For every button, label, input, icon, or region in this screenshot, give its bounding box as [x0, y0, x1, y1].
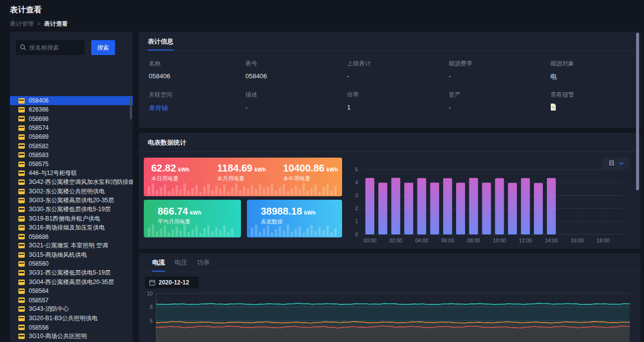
- list-item[interactable]: 3G10-商场公共区照明: [10, 332, 133, 341]
- info-field: 能源费率-: [449, 59, 550, 81]
- info-field-value: 058406: [245, 72, 347, 80]
- tab-meter-info[interactable]: 表计信息: [148, 37, 174, 46]
- meter-icon: [18, 107, 25, 113]
- list-item[interactable]: 3G03-东公寓楼高层供电20-35层: [10, 196, 133, 205]
- svg-text:4: 4: [355, 179, 358, 185]
- usage-bar-chart[interactable]: 01234500:0002:0004:0006:0008:0010:0012:0…: [352, 162, 640, 247]
- stat-label: 本年用电量: [283, 175, 342, 182]
- list-item-label: 3G30-东公寓楼低层供电5-19层: [29, 205, 111, 214]
- meter-icon: [18, 207, 25, 212]
- info-field-value: 058406: [149, 72, 245, 80]
- deco-bar: [334, 228, 337, 236]
- stat-value-row: 10400.86kWh: [283, 163, 342, 173]
- info-field-label: 查看报警: [550, 91, 636, 99]
- deco-bar: [294, 229, 297, 236]
- svg-text:04:00: 04:00: [415, 237, 428, 243]
- info-field-label: 上级表计: [347, 59, 449, 68]
- stat-value: 38988.18: [261, 206, 302, 216]
- list-item[interactable]: 3G02-东公寓楼公共照明供电: [10, 187, 133, 196]
- stat-block: 866.74kWh平均月用电量: [158, 206, 241, 226]
- list-item[interactable]: 3G30-东公寓楼低层供电5-19层: [10, 205, 133, 214]
- stat-card-usage: 62.82kWh本日用电量1184.69kWh本月用电量10400.86kWh本…: [144, 158, 342, 196]
- calendar-icon: [149, 280, 155, 285]
- related-space-link[interactable]: 麦肯锡: [149, 104, 245, 113]
- stat-value-row: 38988.18kWh: [261, 206, 342, 216]
- deco-bar: [223, 226, 226, 236]
- list-item[interactable]: 3G15-商场抽风机供电: [10, 250, 133, 259]
- stat-block: 62.82kWh本日用电量: [151, 163, 217, 196]
- deco-bar: [148, 228, 150, 236]
- breadcrumb-root[interactable]: 表计管理: [10, 20, 34, 27]
- list-item-label: 3G19-B1西侧电井租户供电: [29, 215, 100, 223]
- page-title: 表计查看: [10, 5, 42, 15]
- list-item[interactable]: 058582: [10, 141, 133, 150]
- svg-text:2: 2: [355, 205, 358, 211]
- svg-text:12:00: 12:00: [519, 237, 532, 243]
- list-item[interactable]: 058689: [10, 132, 133, 141]
- deco-bar: [298, 226, 301, 236]
- deco-bar: [160, 228, 162, 236]
- tab-underline: [148, 50, 174, 51]
- stat-label: 表底数据: [261, 218, 342, 226]
- stat-value: 1184.69: [217, 163, 252, 173]
- svg-text:10: 10: [147, 290, 153, 296]
- list-item[interactable]: 058583: [10, 151, 133, 160]
- list-item-label: 058582: [29, 143, 49, 150]
- list-item[interactable]: 3G31-西公寓楼低层供电5-19层: [10, 269, 133, 278]
- meter-icon: [18, 243, 25, 248]
- list-item[interactable]: 3G19-B1西侧电井租户供电: [10, 214, 133, 223]
- list-scrollbar[interactable]: [130, 98, 132, 119]
- info-field-label: 关联空间: [149, 91, 245, 99]
- list-item[interactable]: 446-与12号柜母联: [10, 169, 133, 177]
- svg-text:5: 5: [355, 167, 358, 172]
- deco-bar: [318, 227, 321, 236]
- info-grid: 名称058406表号058406上级表计-能源费率-能源对象电关联空间麦肯锡描述…: [149, 59, 636, 113]
- list-item[interactable]: 3G04-西公寓楼高层供电20-35层: [10, 278, 133, 286]
- meter-icon: [18, 162, 25, 167]
- list-item-label: 058557: [29, 297, 49, 304]
- search-button[interactable]: 搜索: [91, 40, 115, 55]
- list-item[interactable]: 058698: [10, 114, 133, 123]
- deco-bar: [219, 230, 222, 236]
- list-item[interactable]: 3G43-消防中心: [10, 305, 133, 314]
- list-item-label: 3G02-东公寓楼公共照明供电: [29, 187, 105, 196]
- list-item[interactable]: 058556: [10, 323, 133, 332]
- list-item[interactable]: 3G16-商场排烟及加压泵供电: [10, 223, 133, 232]
- list-item[interactable]: 058564: [10, 286, 133, 295]
- list-item[interactable]: 626366: [10, 105, 133, 114]
- current-line-chart[interactable]: 1086: [139, 253, 641, 342]
- list-item[interactable]: 058686: [10, 232, 133, 241]
- list-item[interactable]: 058406: [10, 96, 133, 105]
- meter-icon: [18, 198, 25, 203]
- list-item[interactable]: 058557: [10, 296, 133, 305]
- info-field: 关联空间麦肯锡: [149, 91, 245, 113]
- stat-card-monthly-average: 866.74kWh平均月用电量: [144, 200, 241, 237]
- search-input[interactable]: [16, 40, 85, 55]
- list-item[interactable]: 3G20-B1-B3公共照明供电: [10, 314, 133, 323]
- svg-text:02:00: 02:00: [389, 237, 402, 243]
- meter-icon: [18, 280, 25, 285]
- stat-unit: kWh: [326, 167, 338, 172]
- deco-bar: [279, 227, 281, 236]
- meter-icon: [18, 270, 25, 276]
- meter-icon: [18, 297, 25, 303]
- list-item-label: 3G42-西公寓楼空调风加水泵和消防排烟风机加压: [29, 178, 133, 186]
- deco-bar: [148, 186, 150, 195]
- list-item[interactable]: 058575: [10, 160, 133, 169]
- meter-icon: [18, 152, 25, 158]
- date-picker[interactable]: 2020-12-12: [145, 277, 199, 288]
- meter-icon: [18, 171, 25, 176]
- info-field-label: 资产: [449, 91, 550, 99]
- main-scrollbar[interactable]: [636, 33, 639, 190]
- list-item[interactable]: 058574: [10, 123, 133, 132]
- list-item[interactable]: 058560: [10, 259, 133, 268]
- list-item-label: 3G21-公寓撒泵 本室照明 空调: [29, 241, 108, 250]
- stats-title: 电表数据统计: [148, 138, 186, 147]
- stat-value-row: 1184.69kWh: [217, 163, 283, 173]
- list-item[interactable]: 3G21-公寓撒泵 本室照明 空调: [10, 241, 133, 250]
- list-item[interactable]: 3G42-西公寓楼空调风加水泵和消防排烟风机加压: [10, 178, 133, 187]
- info-field: 能源对象电: [550, 59, 636, 81]
- stat-value: 10400.86: [283, 163, 324, 173]
- deco-bar: [207, 225, 210, 236]
- view-alarm-report-icon[interactable]: [550, 104, 636, 112]
